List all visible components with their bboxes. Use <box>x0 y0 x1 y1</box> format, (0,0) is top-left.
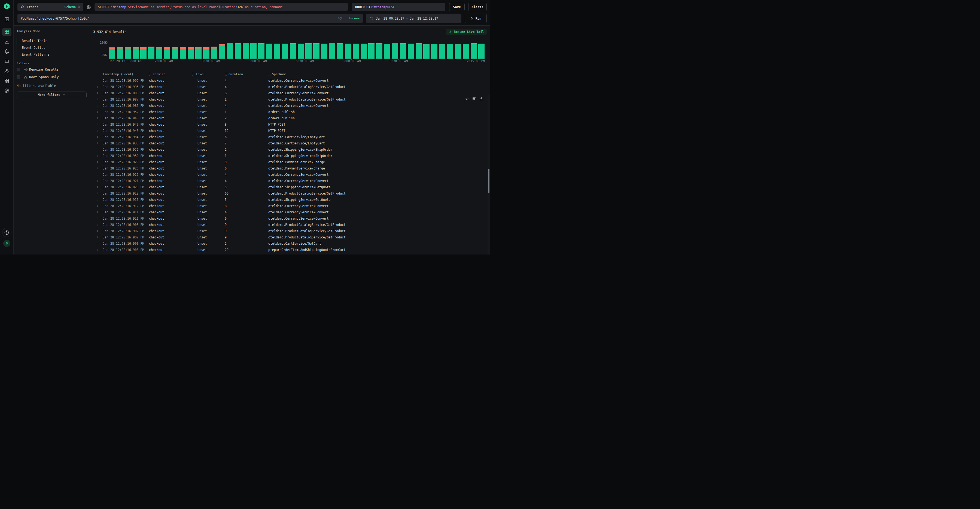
row-expand-chevron-icon[interactable] <box>95 167 100 170</box>
search-input[interactable]: PodName:"checkout-675775c4cc-f2p9c" SQL … <box>18 14 363 23</box>
table-row[interactable]: Jan 28 12:28:16.987 PMcheckoutUnset1otel… <box>95 96 490 102</box>
table-row[interactable]: Jan 28 12:28:16.900 PMcheckoutUnset2otel… <box>95 240 490 247</box>
chart-bar[interactable] <box>188 40 194 59</box>
collapse-sidebar-icon[interactable] <box>2 15 11 24</box>
help-icon[interactable] <box>2 228 11 237</box>
chart-bar[interactable] <box>235 40 241 59</box>
table-row[interactable]: Jan 28 12:28:16.921 PMcheckoutUnset4otel… <box>95 178 490 184</box>
run-button[interactable]: Run <box>465 14 487 23</box>
table-row[interactable]: Jan 28 12:28:16.911 PMcheckoutUnset6otel… <box>95 215 490 222</box>
source-settings-gear-icon[interactable] <box>86 5 91 10</box>
mode-item-event-deltas[interactable]: Event Deltas <box>17 45 87 51</box>
row-expand-chevron-icon[interactable] <box>95 248 100 251</box>
user-avatar[interactable]: D <box>3 240 10 247</box>
table-row[interactable]: Jan 28 12:28:16.940 PMcheckoutUnset12HTT… <box>95 128 490 134</box>
table-row[interactable]: Jan 28 12:28:16.932 PMcheckoutUnset1otel… <box>95 153 490 159</box>
row-expand-chevron-icon[interactable] <box>95 129 100 132</box>
table-row[interactable]: Jan 28 12:28:16.912 PMcheckoutUnset8otel… <box>95 203 490 209</box>
col-header-service[interactable]: service <box>149 72 192 76</box>
col-header-duration[interactable]: duration <box>225 72 268 76</box>
row-expand-chevron-icon[interactable] <box>95 173 100 176</box>
chart-bar[interactable] <box>439 40 445 59</box>
more-filters-button[interactable]: More filters <box>17 91 87 98</box>
chart-bar[interactable] <box>258 40 264 59</box>
code-view-icon[interactable] <box>465 96 469 101</box>
chart-bar[interactable] <box>384 40 390 59</box>
service-map-icon[interactable] <box>2 67 11 75</box>
table-row[interactable]: Jan 28 12:28:16.918 PMcheckoutUnset66ote… <box>95 190 490 196</box>
chart-bar[interactable] <box>140 40 146 59</box>
root-spans-checkbox[interactable] <box>17 75 20 79</box>
chart-bar[interactable] <box>298 40 304 59</box>
chart-bar[interactable] <box>361 40 367 59</box>
chart-bar[interactable] <box>164 40 170 59</box>
dashboards-grid-icon[interactable] <box>2 77 11 85</box>
resume-live-tail-button[interactable]: Resume Live Tail <box>446 29 487 35</box>
chart-bar[interactable] <box>117 40 123 59</box>
row-expand-chevron-icon[interactable] <box>95 123 100 126</box>
chart-bar[interactable] <box>156 40 162 59</box>
table-row[interactable]: Jan 28 12:28:16.903 PMcheckoutUnset9otel… <box>95 222 490 228</box>
row-expand-chevron-icon[interactable] <box>95 217 100 220</box>
date-range-picker[interactable]: Jan 28 00:28:17 - Jan 28 12:28:17 <box>366 14 461 23</box>
denoise-results-checkbox-row[interactable]: Denoise Results <box>17 66 87 73</box>
lucene-mode-option[interactable]: Lucene <box>348 17 360 20</box>
col-header-timestamp[interactable]: Timestamp (Local) <box>103 72 149 76</box>
chart-bar[interactable] <box>195 40 202 59</box>
logo-icon[interactable] <box>3 3 10 10</box>
row-expand-chevron-icon[interactable] <box>95 110 100 113</box>
table-row[interactable]: Jan 28 12:28:16.983 PMcheckoutUnset4otel… <box>95 102 490 109</box>
table-row[interactable]: Jan 28 12:28:16.929 PMcheckoutUnset3otel… <box>95 159 490 165</box>
table-row[interactable]: Jan 28 12:28:16.999 PMcheckoutUnset4otel… <box>95 77 490 84</box>
alerts-button[interactable]: Alerts <box>468 3 487 11</box>
chart-bar[interactable] <box>368 40 374 59</box>
chart-bar[interactable] <box>455 40 461 59</box>
col-header-level[interactable]: level <box>192 72 225 76</box>
scrollbar-thumb[interactable] <box>488 169 490 193</box>
chart-bar[interactable] <box>431 40 438 59</box>
chart-bar[interactable] <box>478 40 485 59</box>
row-expand-chevron-icon[interactable] <box>95 98 100 101</box>
chart-bar[interactable] <box>133 40 139 59</box>
table-row[interactable]: Jan 28 12:28:16.995 PMcheckoutUnset4otel… <box>95 84 490 90</box>
row-expand-chevron-icon[interactable] <box>95 79 100 82</box>
chart-bar[interactable] <box>203 40 210 59</box>
chart-bar[interactable] <box>337 40 343 59</box>
chart-bar[interactable] <box>243 40 249 59</box>
row-expand-chevron-icon[interactable] <box>95 142 100 145</box>
chart-bar[interactable] <box>290 40 296 59</box>
sql-mode-option[interactable]: SQL <box>338 17 343 20</box>
chart-bar[interactable] <box>250 40 256 59</box>
row-expand-chevron-icon[interactable] <box>95 85 100 88</box>
chart-bar[interactable] <box>392 40 398 59</box>
alerts-bell-icon[interactable] <box>2 48 11 56</box>
row-expand-chevron-icon[interactable] <box>95 230 100 233</box>
chart-bar[interactable] <box>463 40 469 59</box>
table-row[interactable]: Jan 28 12:28:16.932 PMcheckoutUnset2otel… <box>95 146 490 153</box>
table-row[interactable]: Jan 28 12:28:16.934 PMcheckoutUnset6otel… <box>95 134 490 140</box>
table-row[interactable]: Jan 28 12:28:16.925 PMcheckoutUnset4otel… <box>95 171 490 178</box>
chart-bar[interactable] <box>305 40 312 59</box>
row-expand-chevron-icon[interactable] <box>95 204 100 207</box>
table-row[interactable]: Jan 28 12:28:16.940 PMcheckoutUnset8HTTP… <box>95 121 490 128</box>
table-row[interactable]: Jan 28 12:28:16.952 PMcheckoutUnset1orde… <box>95 109 490 115</box>
root-spans-checkbox-row[interactable]: Root Spans Only <box>17 74 87 80</box>
chart-explorer-icon[interactable] <box>2 38 11 46</box>
row-expand-chevron-icon[interactable] <box>95 148 100 151</box>
chart-bar[interactable] <box>109 40 115 59</box>
chart-bar[interactable] <box>353 40 359 59</box>
row-expand-chevron-icon[interactable] <box>95 242 100 245</box>
table-row[interactable]: Jan 28 12:28:16.916 PMcheckoutUnset5otel… <box>95 196 490 203</box>
chart-bar[interactable] <box>408 40 414 59</box>
chart-bar[interactable] <box>180 40 186 59</box>
chart-bar[interactable] <box>321 40 328 59</box>
sessions-laptop-icon[interactable] <box>2 57 11 65</box>
denoise-checkbox[interactable] <box>17 68 20 72</box>
chart-bar[interactable] <box>274 40 280 59</box>
chart-bar[interactable] <box>227 40 233 59</box>
row-expand-chevron-icon[interactable] <box>95 91 100 94</box>
table-row[interactable]: Jan 28 12:28:16.911 PMcheckoutUnset4otel… <box>95 209 490 215</box>
table-row[interactable]: Jan 28 12:28:16.900 PMcheckoutUnset29pre… <box>95 247 490 253</box>
chart-bar[interactable] <box>376 40 382 59</box>
row-expand-chevron-icon[interactable] <box>95 211 100 214</box>
